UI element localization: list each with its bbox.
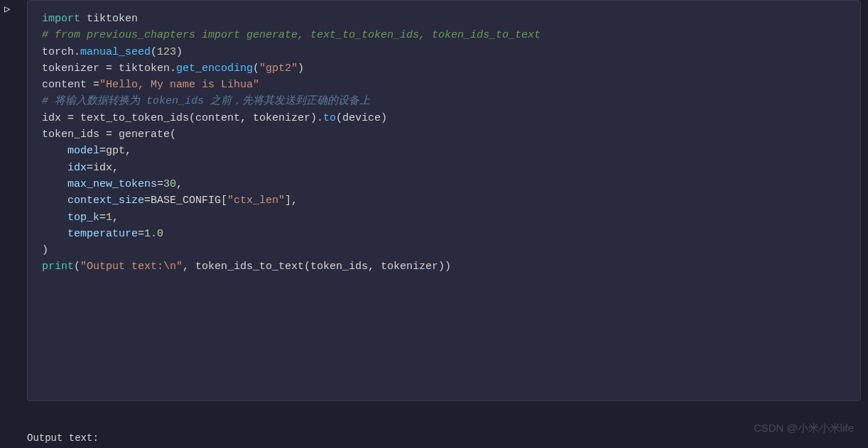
string-literal: "gpt2"	[259, 62, 298, 75]
string-literal: "Hello, My name is Lihua"	[99, 79, 259, 91]
operator: =	[99, 212, 106, 224]
method-name: get_encoding	[176, 62, 253, 75]
param-name: max_new_tokens	[42, 178, 157, 190]
code-text: idx,	[93, 162, 119, 174]
method-name: to	[323, 112, 336, 124]
code-line: tokenizer = tiktoken.get_encoding("gpt2"…	[42, 60, 846, 77]
paren: )	[176, 46, 183, 58]
param-name: temperature	[42, 228, 138, 240]
code-comment: # from previous_chapters import generate…	[42, 27, 846, 43]
number-literal: 1	[106, 212, 112, 224]
paren: (	[151, 46, 157, 58]
module-name: tiktoken	[80, 13, 138, 25]
param-name: idx	[42, 162, 87, 174]
paren: (	[74, 261, 80, 273]
param-name: model	[42, 145, 99, 157]
number-literal: 30	[163, 178, 176, 190]
param-name: top_k	[42, 212, 99, 224]
code-line: import tiktoken	[42, 11, 846, 27]
code-line: temperature=1.0	[42, 226, 846, 242]
code-text: BASE_CONFIG[	[151, 195, 227, 207]
code-line: idx = text_to_token_ids(content, tokeniz…	[42, 110, 846, 126]
paren: (	[253, 62, 259, 75]
operator: =	[99, 145, 106, 157]
code-text: , token_ids_to_text(token_ids, tokenizer…	[183, 261, 451, 273]
code-text: gpt,	[106, 145, 131, 157]
code-text: content =	[42, 79, 99, 91]
play-icon[interactable]: ▷	[4, 3, 10, 15]
code-line: print("Output text:\n", token_ids_to_tex…	[42, 258, 846, 275]
output-area: Output text: Hello, My name is Lihua. I …	[27, 408, 861, 448]
keyword-import: import	[42, 13, 80, 25]
code-line: model=gpt,	[42, 143, 846, 159]
code-line: torch.manual_seed(123)	[42, 44, 846, 60]
code-line: )	[42, 242, 846, 258]
code-line: top_k=1,	[42, 209, 846, 226]
code-line: context_size=BASE_CONFIG["ctx_len"],	[42, 192, 846, 209]
operator: =	[144, 195, 151, 207]
comma: ,	[112, 212, 119, 224]
operator: =	[87, 162, 93, 174]
code-text: tokenizer = tiktoken.	[42, 62, 176, 75]
code-text: (device)	[336, 112, 387, 124]
code-cell[interactable]: import tiktoken # from previous_chapters…	[27, 0, 861, 401]
paren: )	[298, 62, 304, 75]
number-literal: 123	[157, 46, 176, 58]
output-header: Output text:	[27, 432, 861, 444]
operator: =	[138, 228, 144, 240]
code-line: idx=idx,	[42, 160, 846, 176]
code-comment: # 将输入数据转换为 token_ids 之前，先将其发送到正确的设备上	[42, 93, 846, 109]
number-literal: 1.0	[144, 228, 163, 240]
watermark: CSDN @小米小米life	[754, 422, 854, 435]
code-text: ],	[285, 195, 298, 207]
string-literal: "Output text:\n"	[80, 261, 183, 273]
comma: ,	[176, 178, 183, 190]
function-name: print	[42, 261, 74, 273]
code-text: idx = text_to_token_ids(content, tokeniz…	[42, 112, 323, 124]
param-name: context_size	[42, 195, 144, 207]
code-line: token_ids = generate(	[42, 126, 846, 143]
code-line: content ="Hello, My name is Lihua"	[42, 77, 846, 93]
code-text: torch.	[42, 46, 80, 58]
operator: =	[157, 178, 163, 190]
method-name: manual_seed	[80, 46, 151, 58]
string-literal: "ctx_len"	[227, 195, 285, 207]
code-line: max_new_tokens=30,	[42, 176, 846, 192]
